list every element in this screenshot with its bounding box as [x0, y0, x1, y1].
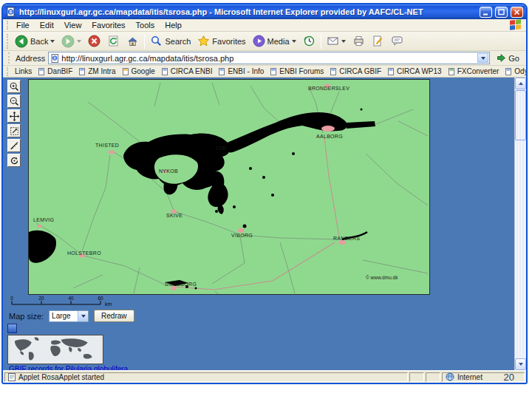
- media-dropdown-icon: [292, 40, 296, 43]
- go-button[interactable]: Go: [493, 52, 523, 65]
- status-text: Applet RosaApplet started: [18, 373, 104, 381]
- refresh-button[interactable]: [104, 33, 123, 50]
- minimize-button[interactable]: [480, 7, 492, 18]
- edit-button[interactable]: [369, 33, 387, 50]
- zoom-in-tool[interactable]: [7, 80, 21, 93]
- ie-window-icon: [6, 7, 16, 17]
- media-icon: [253, 35, 265, 47]
- pan-tool[interactable]: [7, 109, 21, 123]
- windows-logo-icon: [510, 19, 522, 31]
- link-item[interactable]: ENBI - Info: [216, 67, 267, 75]
- map-applet[interactable]: THISTED TOR NYKOB BRONDERSLEV AALBORG LE…: [28, 79, 430, 295]
- toolbar-grip[interactable]: [7, 34, 9, 49]
- link-item[interactable]: CIRCA WP13: [385, 67, 445, 75]
- reset-view-icon: [9, 155, 20, 166]
- media-button[interactable]: Media: [250, 33, 299, 50]
- favorites-button[interactable]: Favorites: [194, 33, 248, 50]
- link-item[interactable]: ZM Intra: [76, 67, 118, 75]
- window-title: http://linuxgurl.agr.gc.ca/mapdata/itis/…: [19, 7, 477, 16]
- address-input[interactable]: [61, 53, 475, 63]
- standard-toolbar: Back: [3, 32, 526, 51]
- linksbar-grip[interactable]: [7, 67, 9, 76]
- menubar-grip[interactable]: [7, 21, 9, 30]
- stop-button[interactable]: [85, 33, 103, 50]
- home-button[interactable]: [123, 33, 142, 50]
- map-size-value: Large: [52, 312, 71, 320]
- measure-tool[interactable]: [7, 139, 21, 152]
- menu-file[interactable]: File: [11, 20, 35, 30]
- address-dropdown-button[interactable]: [477, 53, 488, 63]
- zone-label: Internet: [457, 373, 482, 381]
- full-extent-tool[interactable]: [7, 124, 21, 137]
- back-button[interactable]: Back: [12, 33, 58, 50]
- combo-dropdown-icon[interactable]: [78, 311, 88, 321]
- link-item[interactable]: CIRCA ENBI: [159, 67, 216, 75]
- discuss-button[interactable]: [388, 33, 406, 50]
- title-bar: http://linuxgurl.agr.gc.ca/mapdata/itis/…: [3, 4, 526, 19]
- link-item[interactable]: DanBIF: [35, 67, 75, 75]
- stop-icon: [88, 35, 100, 47]
- page-favicon-icon: [51, 54, 59, 63]
- full-extent-icon: [9, 126, 20, 137]
- menu-edit[interactable]: Edit: [35, 20, 59, 30]
- map-size-controls: Map size: Large Redraw: [9, 310, 134, 322]
- zoom-out-tool[interactable]: [7, 95, 21, 108]
- status-pane-empty: [426, 372, 440, 382]
- link-item[interactable]: Odyssey: [502, 67, 526, 75]
- zoom-in-icon: [9, 81, 20, 92]
- mail-icon: [327, 35, 339, 47]
- scale-tick-label: 40: [68, 296, 74, 301]
- scale-tick-label: 0: [10, 296, 13, 301]
- address-input-box: [48, 52, 490, 64]
- toolbar-separator: [144, 34, 145, 49]
- menu-tools[interactable]: Tools: [131, 20, 160, 30]
- scrollbar-thumb[interactable]: [515, 90, 526, 140]
- scroll-down-button[interactable]: [515, 358, 526, 370]
- page-content: THISTED TOR NYKOB BRONDERSLEV AALBORG LE…: [3, 78, 526, 370]
- map-label: VIBORG: [231, 233, 253, 238]
- vertical-scrollbar[interactable]: [514, 78, 526, 370]
- menu-view[interactable]: View: [59, 20, 87, 30]
- close-button[interactable]: [511, 7, 523, 18]
- address-bar: Address Go: [3, 51, 526, 66]
- reset-view-tool[interactable]: [7, 154, 21, 167]
- menu-bar: File Edit View Favorites Tools Help: [3, 19, 526, 32]
- forward-dropdown-icon: [77, 40, 81, 43]
- gbif-records-link[interactable]: GBIF records for Pilularia globulifera: [9, 365, 128, 370]
- forward-button[interactable]: [58, 33, 84, 50]
- menu-help[interactable]: Help: [160, 20, 187, 30]
- map-size-select[interactable]: Large: [49, 310, 89, 322]
- map-label: SILKEBORG: [165, 282, 197, 287]
- media-label: Media: [267, 37, 290, 46]
- map-tool-palette: [7, 80, 21, 167]
- link-item[interactable]: FXConverter: [446, 67, 502, 75]
- links-label: Links: [12, 67, 35, 75]
- scroll-up-button[interactable]: [515, 78, 526, 89]
- menu-favorites[interactable]: Favorites: [86, 20, 130, 30]
- history-button[interactable]: [300, 33, 318, 50]
- map-label: LEMVIG: [33, 217, 54, 222]
- map-label: BRONDERSLEV: [308, 86, 349, 91]
- redraw-button[interactable]: Redraw: [94, 310, 134, 322]
- internet-globe-icon: [446, 372, 454, 381]
- mail-dropdown-icon: [341, 40, 346, 43]
- forward-icon: [61, 35, 75, 48]
- mail-button[interactable]: [324, 33, 349, 50]
- applet-chip-button[interactable]: [7, 324, 17, 333]
- pan-icon: [9, 111, 20, 122]
- link-item[interactable]: ENBI Forums: [267, 67, 327, 75]
- search-button[interactable]: Search: [147, 33, 194, 50]
- distribution-map: THISTED TOR NYKOB BRONDERSLEV AALBORG LE…: [29, 80, 429, 294]
- address-label: Address: [16, 54, 45, 63]
- back-label: Back: [30, 37, 48, 46]
- discuss-icon: [391, 35, 403, 47]
- map-label: TOR: [215, 146, 227, 151]
- print-button[interactable]: [349, 33, 368, 50]
- link-item[interactable]: Google: [120, 67, 158, 75]
- addressbar-grip[interactable]: [8, 52, 10, 64]
- scale-bar: 0 20 40 60 km: [10, 296, 121, 310]
- maximize-button[interactable]: [495, 7, 508, 18]
- browser-window: http://linuxgurl.agr.gc.ca/mapdata/itis/…: [1, 3, 528, 384]
- map-label: RANDERS: [333, 236, 360, 241]
- link-item[interactable]: CIRCA GBIF: [327, 67, 384, 75]
